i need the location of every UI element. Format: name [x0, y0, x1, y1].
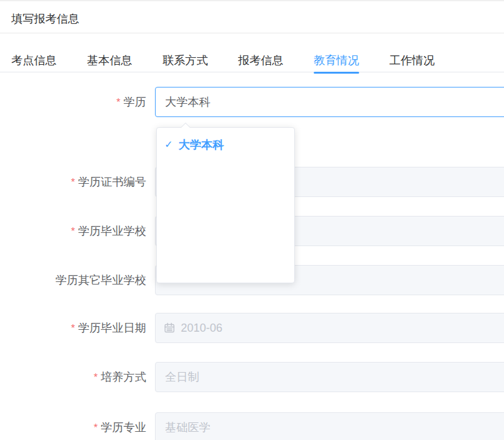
field-label-text: 学历	[123, 96, 146, 108]
form-row-major: *学历专业 基础医学	[0, 412, 504, 440]
required-marker: *	[71, 177, 75, 188]
required-marker: *	[94, 372, 98, 383]
page-title: 填写报考信息	[11, 12, 79, 26]
graduation-date-input: 2010-06	[155, 313, 504, 343]
required-marker: *	[71, 323, 75, 334]
dropdown-option-label: 大学本科	[178, 134, 224, 155]
field-label-text: 学历其它毕业学校	[55, 274, 146, 286]
tab-basic-info[interactable]: 基本信息	[87, 53, 132, 72]
field-label-certificate-number: *学历证书编号	[0, 167, 146, 197]
graduation-date-value: 2010-06	[181, 322, 222, 335]
field-label-text: 学历证书编号	[78, 176, 146, 188]
field-label-graduation-date: *学历毕业日期	[0, 313, 146, 343]
required-marker: *	[94, 422, 98, 433]
field-label-graduation-school: *学历毕业学校	[0, 216, 146, 246]
major-value: 基础医学	[165, 420, 210, 435]
field-label-text: 培养方式	[101, 371, 146, 383]
tab-bar: 考点信息 基本信息 联系方式 报考信息 教育情况 工作情况	[0, 53, 504, 72]
field-label-education-level: *学历	[0, 87, 146, 117]
education-level-dropdown: ✓ 大学本科	[156, 127, 295, 283]
field-label-major: *学历专业	[0, 412, 146, 440]
tab-contact-info[interactable]: 联系方式	[163, 53, 208, 72]
tab-application-info[interactable]: 报考信息	[238, 53, 284, 72]
check-icon: ✓	[164, 134, 173, 155]
title-divider	[0, 33, 504, 33]
field-label-text: 学历专业	[101, 421, 146, 434]
tab-work-info[interactable]: 工作情况	[389, 53, 435, 72]
calendar-icon	[164, 322, 175, 334]
field-label-text: 学历毕业学校	[78, 225, 146, 237]
training-mode-value: 全日制	[165, 369, 199, 385]
required-marker: *	[117, 97, 120, 108]
training-mode-input: 全日制	[155, 362, 504, 392]
education-level-value: 大学本科	[165, 94, 210, 110]
form-row-training-mode: *培养方式 全日制	[0, 362, 504, 392]
dropdown-option-bachelor[interactable]: ✓ 大学本科	[157, 134, 294, 155]
required-marker: *	[71, 226, 75, 237]
form-row-education-level: *学历 大学本科	[0, 87, 504, 117]
education-level-select[interactable]: 大学本科	[155, 87, 504, 117]
top-divider	[0, 0, 504, 1]
form-row-graduation-date: *学历毕业日期 2010-06	[0, 313, 504, 343]
field-label-training-mode: *培养方式	[0, 362, 146, 392]
major-input: 基础医学	[155, 412, 504, 440]
tab-exam-site-info[interactable]: 考点信息	[11, 53, 57, 72]
field-label-text: 学历毕业日期	[78, 322, 146, 334]
field-label-other-graduation-school: 学历其它毕业学校	[0, 265, 146, 295]
tab-education-info[interactable]: 教育情况	[314, 53, 359, 72]
